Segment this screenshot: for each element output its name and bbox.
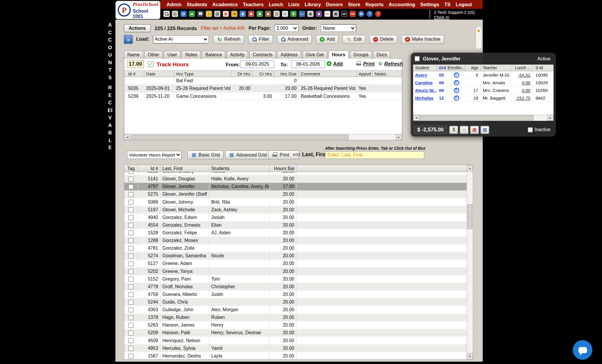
lunch-balance-link[interactable]: 0.00 (522, 80, 530, 85)
tag-checkbox[interactable] (128, 292, 133, 297)
tab[interactable]: Hours (329, 50, 349, 58)
tag-checkbox[interactable] (128, 346, 133, 351)
ap-card-icon[interactable]: A/P (324, 11, 330, 17)
search-icon[interactable] (164, 11, 170, 17)
transport-icon[interactable]: ▰ (189, 11, 195, 17)
nav-item[interactable]: Students (187, 2, 207, 7)
tag-checkbox[interactable] (128, 299, 133, 304)
to-date-input[interactable] (291, 60, 325, 68)
tag-checkbox[interactable] (128, 276, 133, 281)
student-green-icon[interactable]: ♟ (257, 11, 263, 17)
hours-row[interactable]: Bal Fwd 0 (124, 77, 402, 85)
lunch-balance-link[interactable]: 0.00 (522, 88, 530, 93)
roster-row[interactable]: 5202 Greene, Tonya 20.00 (124, 267, 473, 275)
roster-row[interactable]: 1567 Hernandez, Desha Layla 20.00 (124, 352, 473, 359)
scroll-right-button[interactable]: ► (547, 115, 554, 121)
tag-checkbox[interactable] (128, 338, 133, 343)
lunch-balance-link[interactable]: -54.52 (518, 73, 531, 77)
roster-row[interactable]: 5244 Guida, Chris 20.00 (124, 298, 473, 306)
print-hours-link[interactable]: Print (356, 61, 374, 67)
enrollment-icon[interactable]: E (454, 95, 459, 101)
track-hours-checkbox[interactable]: ✓ (148, 62, 154, 67)
tag-checkbox[interactable] (128, 177, 133, 182)
roster-row[interactable]: 5209 Hanson, Patti Henry, Severus, Desir… (124, 329, 473, 337)
tag-checkbox[interactable] (128, 253, 133, 258)
roster-row[interactable]: 5089 Glover, Johnny Britt, Rita 20.00 (124, 198, 473, 206)
tag-checkbox[interactable] (128, 230, 133, 235)
tab[interactable]: Notes (182, 51, 201, 58)
enrollment-icon[interactable]: E (454, 72, 459, 78)
roster-row[interactable]: 1288 Gonzalez, Moses 20.00 (124, 237, 473, 244)
nav-item[interactable]: Lists (288, 2, 299, 7)
tag-checkbox[interactable] (128, 261, 133, 266)
roster-row[interactable]: 4781 Gonzalez, Zoila 20.00 (124, 244, 473, 252)
nav-item[interactable]: Settings (420, 2, 439, 7)
add-hours-link[interactable]: + Add (326, 61, 343, 67)
home-icon-button[interactable]: ⌂ (460, 126, 469, 134)
alert-icon[interactable]: ! (375, 11, 381, 17)
students-hscrollbar[interactable]: ◄ ► (413, 115, 553, 121)
card-icon[interactable]: ▭ (299, 11, 305, 17)
roster-row[interactable]: 4940 Gonzalez, Edwin Josiah 20.00 (124, 213, 473, 221)
nav-item[interactable]: TS (444, 2, 451, 7)
email-icon[interactable]: @ (180, 11, 187, 17)
roster-row[interactable]: 3232 Glover, Brittany Rollins 20.00 (124, 172, 473, 175)
calculator-icon[interactable]: ▤ (172, 11, 178, 17)
tag-checkbox[interactable] (128, 207, 133, 212)
make-inactive-button[interactable]: ● Make Inactive (401, 35, 444, 44)
family-icon[interactable]: ♟ (265, 11, 271, 17)
delete-button[interactable]: − Delete (369, 35, 397, 44)
tab[interactable]: Name (124, 51, 143, 58)
tag-checkbox[interactable] (128, 192, 133, 197)
load-select[interactable]: Active Ar (153, 35, 209, 43)
student-blue-icon[interactable]: ♟ (240, 11, 246, 17)
printer-icon[interactable]: ▣ (307, 11, 314, 17)
student-red-icon[interactable]: ♟ (248, 11, 254, 17)
roster-row[interactable]: 4779 Groff, Nicholas Christopher 20.00 (124, 283, 473, 290)
basic-grid-button[interactable]: ▦ Basic Grid (187, 150, 224, 159)
student-link[interactable]: Nicholas (415, 95, 434, 100)
nav-item[interactable]: Teachers (243, 2, 263, 7)
calendar-icon-button[interactable]: ▦ (470, 126, 479, 134)
hours-row[interactable]: 5239 2025-11-20 Game Concessions 3.00 17… (124, 92, 402, 100)
tag-checkbox[interactable] (128, 172, 133, 174)
pdf-icon[interactable]: PDF (350, 11, 356, 17)
roster-row[interactable]: 1528 Gonzalez, Felipe AJ, Aiden 20.00 (124, 229, 473, 237)
mobile-icon[interactable]: ☎ (197, 11, 204, 17)
roster-row[interactable]: 4759 Guevara, Alberto Justin 20.00 (124, 291, 473, 298)
from-date-input[interactable] (240, 60, 274, 68)
tab[interactable]: Contracts (249, 51, 276, 58)
tag-checkbox[interactable] (128, 323, 133, 328)
grid-icon-button[interactable]: ▦ (481, 126, 489, 134)
tag-checkbox[interactable] (128, 307, 133, 312)
person-icon[interactable]: ♟ (316, 11, 322, 17)
audio-icon[interactable]: ♪ (206, 11, 212, 17)
inactive-checkbox[interactable] (528, 127, 533, 132)
nav-item[interactable]: Reports (365, 2, 384, 7)
roster-row[interactable]: 5274 Goodman, Samantha Nicole 20.00 (124, 252, 473, 260)
hours-row[interactable]: 5035 2025-09-01 25-26 Required Parent Vo… (124, 85, 402, 92)
tag-checkbox[interactable] (128, 215, 133, 220)
roster-row[interactable]: 4509 Henriquez, Nelson 20.00 (124, 337, 473, 344)
scroll-left-button[interactable]: ◄ (413, 115, 419, 121)
announce-icon[interactable]: ◄ (231, 11, 237, 17)
news-icon[interactable]: ▤ (214, 11, 220, 17)
clipboard-icon[interactable]: ▥ (273, 11, 280, 17)
nav-item[interactable]: Academics (212, 2, 238, 7)
tab[interactable]: Docs (373, 51, 390, 58)
scroll-left-button[interactable]: ◄ (124, 134, 131, 140)
roster-row[interactable]: 5263 Hanson, James Henry 20.00 (124, 321, 473, 329)
report-select[interactable]: Volunteer Hours Report (127, 151, 182, 159)
chat-button[interactable] (573, 340, 593, 360)
hours-hscrollbar[interactable]: ◄ ► (124, 134, 402, 140)
student-link[interactable]: Caroline (415, 80, 433, 85)
ap-icon[interactable]: A/P (341, 11, 347, 17)
enrollment-icon[interactable]: E (454, 80, 459, 85)
roster-vscrollbar[interactable]: ▲ ▼ (466, 165, 473, 359)
order-select[interactable]: Name (321, 24, 356, 32)
roster-row[interactable]: 4797 Glover, Jennifer Nicholas, Caroline… (124, 183, 473, 190)
tab[interactable]: Balance (202, 51, 225, 58)
globe-icon[interactable]: ⊕ (358, 11, 364, 17)
calendar-icon[interactable]: ▦ (223, 11, 229, 17)
tab[interactable]: Give Get (302, 51, 327, 58)
